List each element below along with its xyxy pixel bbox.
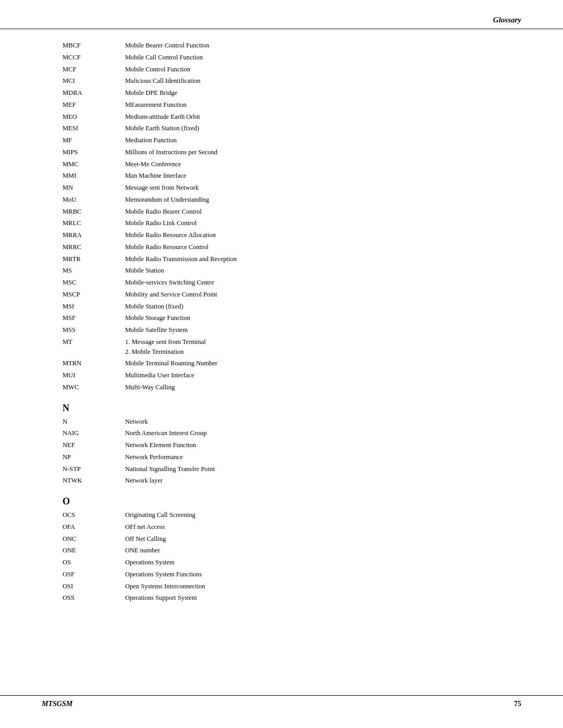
list-item: MBCFMobile Bearer Control Function — [63, 40, 500, 52]
definition: Originating Call Screening — [125, 510, 500, 520]
glossary-table-m: MBCFMobile Bearer Control FunctionMCCFMo… — [63, 40, 500, 393]
abbreviation: MoU — [63, 195, 125, 205]
abbreviation: N-STP — [63, 464, 125, 474]
abbreviation: MEO — [63, 112, 125, 122]
list-item: MT1. Message sent from Terminal2. Mobile… — [63, 336, 500, 358]
definition: Mobile Radio Link Control — [125, 218, 500, 228]
definition: Operations Support System — [125, 593, 500, 603]
abbreviation: MSf — [63, 302, 125, 312]
abbreviation: MIPS — [63, 147, 125, 157]
page-header: Glossary — [0, 0, 563, 29]
glossary-table-o: OOCSOriginating Call ScreeningOFAOFf net… — [63, 496, 500, 604]
definition: Mobile DPE Bridge — [125, 88, 500, 98]
definition: Mobile Satellite System — [125, 325, 500, 335]
abbreviation: MRRC — [63, 242, 125, 252]
definition: Mobile Radio Resource Control — [125, 242, 500, 252]
list-item: MUIMultimedia User Interface — [63, 369, 500, 381]
list-item: MEOMedium-attitude Earth Orbit — [63, 111, 500, 123]
abbreviation: OFA — [63, 522, 125, 532]
abbreviation: MESf — [63, 124, 125, 133]
list-item: MNMessage sent from Network — [63, 182, 500, 194]
abbreviation: NAIG — [63, 428, 125, 438]
abbreviation: MRBC — [63, 207, 125, 217]
definition: Multimedia User Interface — [125, 371, 500, 380]
definition: Open Systems Interconnection — [125, 582, 500, 591]
list-item: ONCOff Net Calling — [63, 533, 500, 545]
definition: MEasurement Function — [125, 100, 500, 110]
definition: Medium-attitude Earth Orbit — [125, 112, 500, 122]
definition: Network layer — [125, 476, 500, 486]
list-item: NAIGNorth American Interest Group — [63, 427, 500, 439]
abbreviation: MN — [63, 183, 125, 193]
definition: Malicious Call Identification — [125, 76, 500, 86]
list-item: OSIOpen Systems Interconnection — [63, 581, 500, 593]
abbreviation: MRTR — [63, 254, 125, 264]
list-item: OSSOperations Support System — [63, 592, 500, 604]
abbreviation: MWC — [63, 382, 125, 392]
abbreviation: OS — [63, 558, 125, 567]
definition: Mobile Bearer Control Function — [125, 41, 500, 51]
list-item: MSfMobile Station (fixed) — [63, 301, 500, 313]
list-item: OFAOFf net Access — [63, 521, 500, 533]
definition: Mobile Control Function — [125, 65, 500, 75]
abbreviation: ONC — [63, 534, 125, 544]
section-letter-o: O — [63, 496, 500, 507]
abbreviation: MUI — [63, 371, 125, 380]
list-item: ONEONE number — [63, 545, 500, 557]
abbreviation: ONE — [63, 546, 125, 556]
page-footer: MTSGSM 75 — [0, 695, 563, 712]
definition: Mobile Radio Resource Allocation — [125, 230, 500, 240]
definition: Millions of Instructions per Second — [125, 147, 500, 157]
definition: Meet-Me Conference — [125, 159, 500, 169]
list-item: MSCPMobility and Service Control Point — [63, 289, 500, 301]
abbreviation: N — [63, 417, 125, 427]
list-item: MRLCMobile Radio Link Control — [63, 217, 500, 229]
abbreviation: MRLC — [63, 218, 125, 228]
list-item: MDRAMobile DPE Bridge — [63, 87, 500, 99]
list-item: MSCMobile-services Switching Centre — [63, 277, 500, 289]
abbreviation: NTWK — [63, 476, 125, 486]
definition: Message sent from Network — [125, 183, 500, 193]
definition: Network Performance — [125, 452, 500, 462]
section-letter-n: N — [63, 403, 500, 414]
definition: Operations System Functions — [125, 570, 500, 579]
list-item: MMIMan Machine Interface — [63, 170, 500, 182]
definition: Mediation Function — [125, 135, 500, 145]
abbreviation: MT — [63, 337, 125, 357]
abbreviation: MS — [63, 266, 125, 276]
list-item: MCCFMobile Call Control Function — [63, 52, 500, 64]
definition: Mufti-Way Calling — [125, 382, 500, 392]
definition: North American Interest Group — [125, 428, 500, 438]
definition: Mobile Terminal Roaming Number — [125, 359, 500, 368]
content-area: MBCFMobile Bearer Control FunctionMCCFMo… — [0, 29, 563, 646]
list-item: MoUMemorandum of Understanding — [63, 194, 500, 206]
abbreviation: OSS — [63, 593, 125, 603]
definition: Mobile-services Switching Centre — [125, 278, 500, 288]
definition: Mobile Radio Bearer Control — [125, 207, 500, 217]
list-item: MRTRMobile Radio Transmission and Recept… — [63, 253, 500, 265]
definition: Memorandum of Understanding — [125, 195, 500, 205]
abbreviation: MEF — [63, 100, 125, 110]
definition: Man Machine Interface — [125, 171, 500, 181]
list-item: MSFMobile Storage Function — [63, 312, 500, 324]
definition: Operations System — [125, 558, 500, 567]
abbreviation: MMC — [63, 159, 125, 169]
list-item: N-STPNational Signalling Transfer Point — [63, 463, 500, 475]
definition: OFf net Access — [125, 522, 500, 532]
list-item: NPNetwork Performance — [63, 451, 500, 463]
definition-2: 2. Mobile Termination — [125, 347, 500, 357]
abbreviation: MMI — [63, 171, 125, 181]
abbreviation: OSF — [63, 570, 125, 579]
page-title: Glossary — [493, 16, 521, 24]
list-item: NTWKNetwork layer — [63, 475, 500, 487]
definition: Mobile Call Control Function — [125, 53, 500, 63]
definition: Mobile Station (fixed) — [125, 302, 500, 312]
page: Glossary MBCFMobile Bearer Control Funct… — [0, 0, 563, 728]
definition: Off Net Calling — [125, 534, 500, 544]
list-item: NNetwork — [63, 416, 500, 428]
abbreviation: MSF — [63, 313, 125, 323]
definition: Network — [125, 417, 500, 427]
abbreviation: MSS — [63, 325, 125, 335]
list-item: MRRCMobile Radio Resource Control — [63, 241, 500, 253]
abbreviation: MBCF — [63, 41, 125, 51]
